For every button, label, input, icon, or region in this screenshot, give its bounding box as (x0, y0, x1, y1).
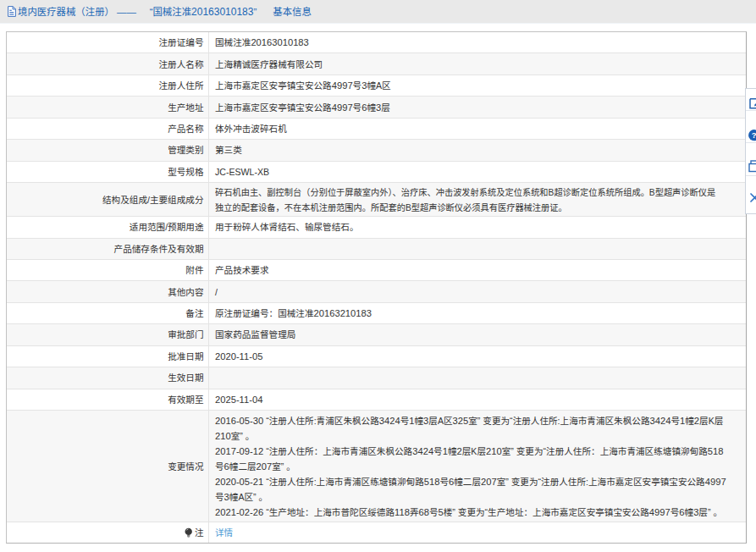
svg-text:?: ? (752, 130, 756, 140)
